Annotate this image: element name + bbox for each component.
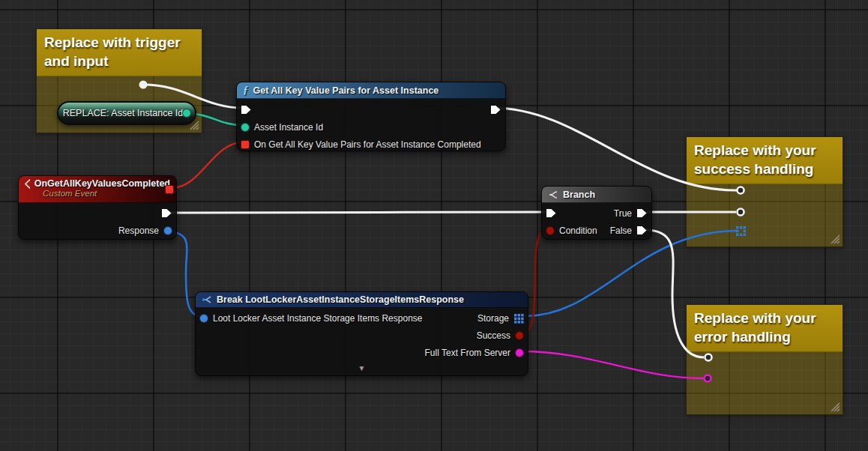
int-output-pin[interactable] <box>182 109 191 118</box>
node-title: Branch <box>563 190 595 200</box>
node-on-get-all-key-values-completed[interactable]: OnGetAllKeyValuesCompleted Custom Event … <box>18 175 177 240</box>
node-title: Get All Key Value Pairs for Asset Instan… <box>253 85 439 96</box>
exec-output-pin[interactable] <box>161 208 172 218</box>
pin-label: Full Text From Server <box>425 348 510 358</box>
comment-title[interactable]: Replace with your error handling <box>687 305 843 352</box>
exec-output-pin-true[interactable] <box>636 208 648 218</box>
node-get-all-key-value-pairs[interactable]: ƒ Get All Key Value Pairs for Asset Inst… <box>236 82 506 151</box>
resize-handle-icon[interactable] <box>828 232 840 244</box>
node-subtitle: Custom Event <box>25 189 170 198</box>
int-input-pin[interactable] <box>241 123 250 132</box>
pin-label: False <box>610 226 632 236</box>
struct-output-pin[interactable] <box>163 226 172 235</box>
resize-handle-icon[interactable] <box>828 400 840 412</box>
exec-output-pin[interactable] <box>490 105 501 115</box>
comment-title[interactable]: Replace with trigger and input <box>37 29 202 76</box>
pin-label: Asset Instance Id <box>254 122 323 133</box>
node-title: OnGetAllKeyValuesCompleted <box>34 178 170 189</box>
pin-label: Response <box>118 226 159 236</box>
node-header[interactable]: OnGetAllKeyValuesCompleted Custom Event <box>19 176 176 203</box>
node-header[interactable]: ƒ Get All Key Value Pairs for Asset Inst… <box>237 82 505 99</box>
delegate-input-pin[interactable] <box>241 140 250 149</box>
break-struct-icon <box>202 295 212 304</box>
comment-success-handling[interactable]: Replace with your success handling <box>686 136 843 247</box>
wire-event-to-branch[interactable] <box>170 212 546 213</box>
comment-title[interactable]: Replace with your success handling <box>687 137 843 184</box>
node-header[interactable]: Break LootLockerAssetInstanceStorageItem… <box>196 292 528 308</box>
node-break-storage-items-response[interactable]: Break LootLockerAssetInstanceStorageItem… <box>195 291 528 376</box>
exec-input-pin[interactable] <box>546 208 557 218</box>
branch-icon <box>548 190 558 199</box>
node-header[interactable]: Branch <box>542 187 651 203</box>
pin-label: True <box>614 208 632 219</box>
pin-label: Loot Locker Asset Instance Storage Items… <box>213 313 423 324</box>
pin-label: Storage <box>477 313 509 324</box>
exec-output-pin-false[interactable] <box>636 226 648 235</box>
comment-error-handling[interactable]: Replace with your error handling <box>686 304 843 415</box>
function-icon: ƒ <box>243 84 249 97</box>
wire-fulltext-to-error[interactable] <box>522 351 703 378</box>
custom-event-icon <box>25 179 30 189</box>
node-branch[interactable]: Branch True Condition <box>541 186 652 240</box>
struct-input-pin[interactable] <box>199 314 208 323</box>
array-output-pin[interactable] <box>513 313 524 324</box>
bool-input-pin[interactable] <box>546 226 555 235</box>
exec-input-pin[interactable] <box>241 105 252 115</box>
node-replace-asset-instance-id[interactable]: REPLACE: Asset Instance Id <box>57 101 196 125</box>
pill-label: REPLACE: Asset Instance Id <box>60 108 194 118</box>
pin-label: Success <box>477 330 510 341</box>
delegate-output-pin[interactable] <box>165 185 174 194</box>
node-title: Break LootLockerAssetInstanceStorageItem… <box>217 294 464 305</box>
bool-output-pin[interactable] <box>515 331 524 340</box>
wire-delegate-bind[interactable] <box>172 142 243 188</box>
pin-label: On Get All Key Value Pairs for Asset Ins… <box>254 139 481 150</box>
pin-label: Condition <box>559 226 597 236</box>
expand-arrow-icon[interactable]: ▼ <box>358 364 366 372</box>
string-output-pin[interactable] <box>515 348 524 357</box>
blueprint-canvas[interactable]: Replace with trigger and input Replace w… <box>0 0 868 451</box>
